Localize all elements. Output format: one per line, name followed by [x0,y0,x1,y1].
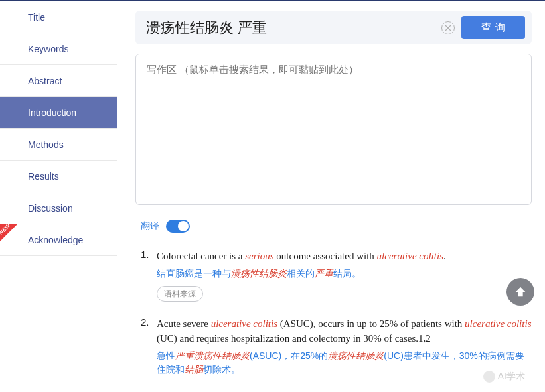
writing-area[interactable] [135,54,532,205]
clear-icon[interactable] [441,21,455,34]
query-button[interactable]: 查询 [461,16,525,39]
highlight-term: ulcerative colitis [465,318,531,329]
sidebar-item-discussion[interactable]: Discussion [0,192,117,224]
highlight-term: 结肠 [185,364,203,375]
result-item[interactable]: 2. Acute severe ulcerative colitis (ASUC… [141,316,532,377]
highlight-term: 溃疡性结肠炎 [328,350,384,361]
result-chinese: 结直肠癌是一种与溃疡性结肠炎相关的严重结局。 [157,267,532,281]
sidebar-item-introduction[interactable]: Introduction [0,97,117,129]
highlight-term: 溃疡性结肠炎 [231,268,287,279]
sidebar-item-label: Introduction [28,107,76,118]
sidebar-item-label: Acknowledge [28,235,83,245]
translate-toggle-row: 翻译 [135,220,532,233]
result-number: 2. [141,316,157,377]
arrow-up-icon [513,285,528,299]
highlight-term: ulcerative colitis [211,318,277,329]
result-body: Colorectal cancer is a serious outcome a… [157,249,532,302]
result-number: 1. [141,249,157,302]
search-input[interactable] [142,18,435,38]
sidebar-item-label: Discussion [28,203,73,214]
content-area: 查询 翻译 1. Colorectal cancer is a serious … [117,1,545,392]
sidebar-item-label: Methods [28,139,64,150]
highlight-term: serious [245,251,273,261]
sidebar-item-title[interactable]: Title [0,1,117,33]
translate-label: 翻译 [141,220,159,232]
sidebar-item-acknowledge[interactable]: NEW Acknowledge [0,224,117,256]
source-button[interactable]: 语料来源 [157,286,203,302]
main-layout: Title Keywords Abstract Introduction Met… [0,1,545,392]
sidebar-item-label: Results [28,171,59,182]
result-english: Colorectal cancer is a serious outcome a… [157,249,532,264]
sidebar: Title Keywords Abstract Introduction Met… [0,1,117,392]
search-bar: 查询 [135,11,532,44]
results-list: 1. Colorectal cancer is a serious outcom… [135,249,532,377]
highlight-term: 严重溃疡性结肠炎 [175,350,250,361]
highlight-term: 严重 [315,268,333,279]
result-chinese: 急性严重溃疡性结肠炎(ASUC)，在25%的溃疡性结肠炎(UC)患者中发生，30… [157,349,532,377]
sidebar-item-label: Keywords [28,44,68,54]
result-english: Acute severe ulcerative colitis (ASUC), … [157,316,532,346]
watermark: ⋯ AI学术 [483,371,525,383]
result-body: Acute severe ulcerative colitis (ASUC), … [157,316,532,377]
toggle-knob [178,221,189,231]
wechat-icon: ⋯ [483,371,495,383]
sidebar-item-abstract[interactable]: Abstract [0,65,117,97]
translate-toggle[interactable] [166,220,190,233]
result-item[interactable]: 1. Colorectal cancer is a serious outcom… [141,249,532,302]
sidebar-item-keywords[interactable]: Keywords [0,33,117,65]
sidebar-item-methods[interactable]: Methods [0,129,117,161]
highlight-term: ulcerative colitis [377,251,443,261]
sidebar-item-label: Title [28,12,45,23]
sidebar-item-label: Abstract [28,76,62,86]
scroll-to-top-button[interactable] [506,278,534,306]
sidebar-item-results[interactable]: Results [0,161,117,192]
